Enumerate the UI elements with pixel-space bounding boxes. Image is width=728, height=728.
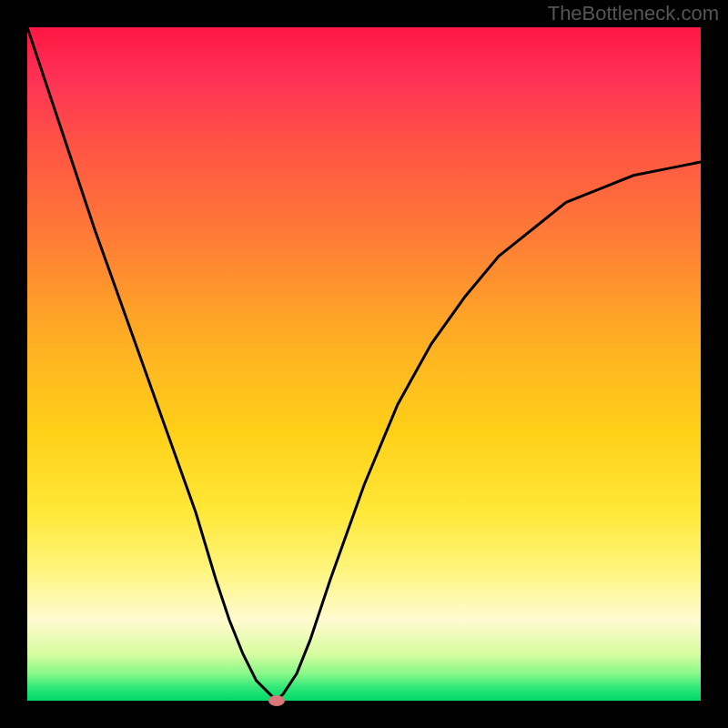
- optimal-point-marker: [268, 695, 285, 706]
- chart-plot-area: [27, 27, 701, 701]
- bottleneck-curve-line: [27, 27, 701, 701]
- watermark-text: TheBottleneck.com: [548, 2, 719, 25]
- curve-svg: [27, 27, 701, 701]
